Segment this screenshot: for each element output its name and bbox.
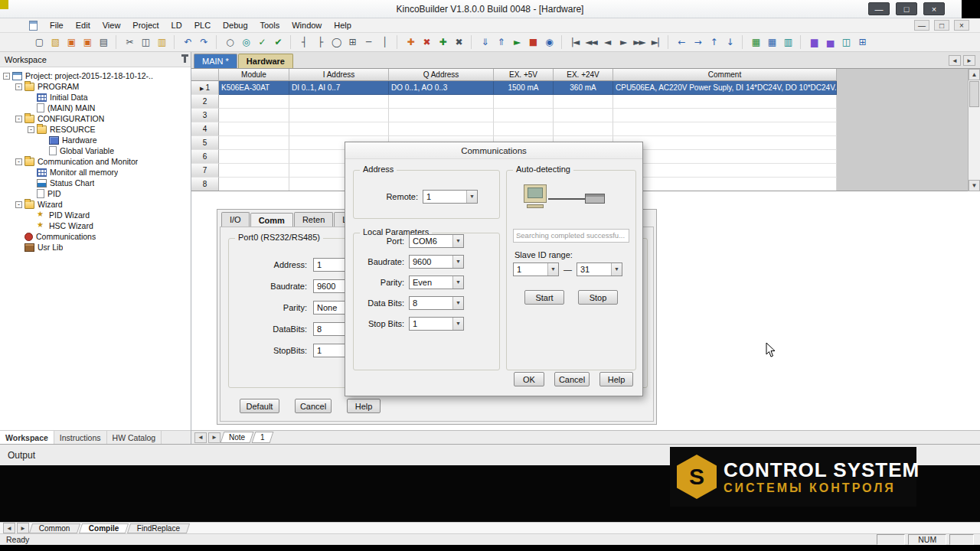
table-row[interactable]: 4: [191, 122, 837, 136]
data-bits-select[interactable]: 8▼: [409, 296, 464, 310]
tree-item-configuration[interactable]: -CONFIGURATION: [0, 113, 191, 124]
run-icon[interactable]: ►: [508, 34, 524, 51]
tree-item-program[interactable]: -PROGRAM: [0, 81, 191, 92]
cancel-button[interactable]: Cancel: [295, 399, 332, 413]
tree-item-wizard[interactable]: -Wizard: [0, 199, 191, 210]
parity-select[interactable]: Even▼: [409, 276, 464, 289]
ladder-hline-icon[interactable]: ─: [360, 34, 376, 51]
grid-view-icon[interactable]: ▦: [747, 34, 763, 51]
undo-icon[interactable]: ↶: [179, 34, 195, 51]
tree-item-status-chart[interactable]: Status Chart: [0, 178, 191, 188]
table-view-icon[interactable]: ▥: [779, 34, 795, 51]
insert-network-icon[interactable]: ✚: [402, 34, 418, 51]
ladder-contact-icon[interactable]: ┤: [296, 34, 312, 51]
tab-note-1[interactable]: 1: [252, 432, 273, 443]
tile-windows-icon[interactable]: ⊞: [854, 34, 870, 51]
menu-plc[interactable]: PLC: [188, 19, 217, 31]
scrollbar-thumb[interactable]: [969, 81, 979, 107]
ladder-coil-icon[interactable]: ◯: [328, 34, 344, 51]
nav-next-icon[interactable]: ►: [615, 34, 631, 51]
jump-back-icon[interactable]: ←: [673, 34, 689, 51]
monitor-icon[interactable]: ◉: [541, 34, 557, 51]
tab-note[interactable]: Note: [220, 432, 254, 443]
baudrate-select[interactable]: 9600▼: [409, 255, 464, 269]
column-header[interactable]: EX. +24V: [554, 69, 613, 81]
menu-edit[interactable]: Edit: [70, 19, 96, 31]
tab-main[interactable]: MAIN *: [194, 54, 237, 68]
menu-debug[interactable]: Debug: [217, 19, 253, 31]
tree-item-comm-monitor[interactable]: -Communication and Monitor: [0, 156, 191, 167]
remote-select[interactable]: 1▼: [423, 190, 478, 204]
slave-from-select[interactable]: 1▼: [513, 262, 559, 276]
stop-bits-select[interactable]: 1▼: [409, 317, 464, 331]
cancel-button[interactable]: Cancel: [554, 372, 590, 386]
tab-workspace[interactable]: Workspace: [0, 431, 54, 444]
minimize-button[interactable]: —: [868, 2, 890, 15]
tab-compile[interactable]: Compile: [78, 523, 129, 533]
tree-item-pid-wizard[interactable]: PID Wizard: [0, 210, 191, 220]
table-scrollbar[interactable]: ▲ ▼: [968, 69, 980, 191]
tab-findreplace[interactable]: FindReplace: [127, 523, 190, 533]
insert-row-icon[interactable]: ✚: [434, 34, 450, 51]
dropdown-arrow-icon[interactable]: ▼: [547, 263, 558, 276]
ladder-vline-icon[interactable]: │: [376, 34, 392, 51]
check-icon[interactable]: ✓: [253, 34, 270, 51]
note-scroll-right-icon[interactable]: ►: [208, 432, 220, 443]
tab-reten[interactable]: Reten: [294, 212, 333, 227]
tab-comm[interactable]: Comm: [250, 213, 293, 227]
tab-common[interactable]: Common: [29, 523, 80, 533]
dropdown-arrow-icon[interactable]: ▼: [452, 297, 463, 309]
cut-icon[interactable]: ✂: [121, 34, 137, 51]
close-button[interactable]: ×: [923, 2, 945, 15]
nav-prev-fast-icon[interactable]: ◄◄: [583, 34, 599, 51]
dropdown-arrow-icon[interactable]: ▼: [611, 263, 622, 276]
save-icon[interactable]: ▣: [63, 34, 79, 51]
find-icon[interactable]: ○: [221, 34, 237, 51]
column-header[interactable]: Q Address: [389, 69, 494, 81]
paste-icon[interactable]: ▥: [153, 34, 169, 51]
tree-item-hardware[interactable]: Hardware: [0, 135, 191, 145]
delete-network-icon[interactable]: ✖: [418, 34, 434, 51]
build-icon[interactable]: ✔: [270, 34, 286, 51]
print-icon[interactable]: ▤: [95, 34, 111, 51]
table-row[interactable]: 3: [191, 109, 837, 122]
memory-view-icon[interactable]: ▦: [763, 34, 779, 51]
jump-forward-icon[interactable]: →: [689, 34, 705, 51]
tree-item-pid[interactable]: PID: [0, 188, 191, 199]
output-scroll-left-icon[interactable]: ◄: [3, 523, 15, 533]
menu-help[interactable]: Help: [328, 19, 358, 31]
help-button[interactable]: Help: [599, 372, 633, 386]
redo-icon[interactable]: ↷: [195, 34, 211, 51]
move-up-icon[interactable]: ↑: [705, 34, 721, 51]
help-button[interactable]: Help: [347, 399, 381, 413]
ok-button[interactable]: OK: [514, 372, 544, 386]
nav-prev-icon[interactable]: ◄: [599, 34, 615, 51]
tree-item-resource[interactable]: -RESOURCE: [0, 124, 191, 135]
maximize-button[interactable]: □: [896, 2, 917, 15]
scroll-down-icon[interactable]: ▼: [969, 180, 980, 191]
delete-row-icon[interactable]: ✖: [450, 34, 466, 51]
tree-item-usr-lib[interactable]: Usr Lib: [0, 242, 191, 253]
mdi-minimize-button[interactable]: —: [914, 20, 929, 31]
menu-file[interactable]: File: [44, 19, 70, 31]
mdi-close-button[interactable]: ×: [954, 20, 969, 31]
tree-item-monitor-all-memory[interactable]: Monitor all memory: [0, 167, 191, 178]
table-row-selected[interactable]: ▶1 K506EA-30AT DI 0..1, AI 0..7 DO 0..1,…: [191, 81, 837, 95]
tree-item-initial-data[interactable]: Initial Data: [0, 92, 191, 103]
tree-item-main[interactable]: (MAIN) MAIN: [0, 103, 191, 113]
copy-icon[interactable]: ◫: [137, 34, 153, 51]
collapse-icon[interactable]: -: [15, 201, 22, 208]
column-header[interactable]: Module: [219, 69, 289, 81]
collapse-icon[interactable]: -: [15, 83, 22, 90]
move-down-icon[interactable]: ↓: [721, 34, 737, 51]
upload-icon[interactable]: ⇑: [492, 34, 508, 51]
default-button[interactable]: Default: [240, 399, 279, 413]
column-header[interactable]: I Address: [289, 69, 389, 81]
tab-hardware[interactable]: Hardware: [238, 54, 293, 68]
collapse-icon[interactable]: -: [3, 73, 10, 80]
column-header[interactable]: Comment: [613, 69, 837, 81]
port-select[interactable]: COM6▼: [409, 234, 464, 248]
menu-project[interactable]: Project: [126, 19, 165, 31]
dropdown-arrow-icon[interactable]: ▼: [466, 191, 477, 203]
output-scroll-right-icon[interactable]: ►: [17, 523, 29, 533]
